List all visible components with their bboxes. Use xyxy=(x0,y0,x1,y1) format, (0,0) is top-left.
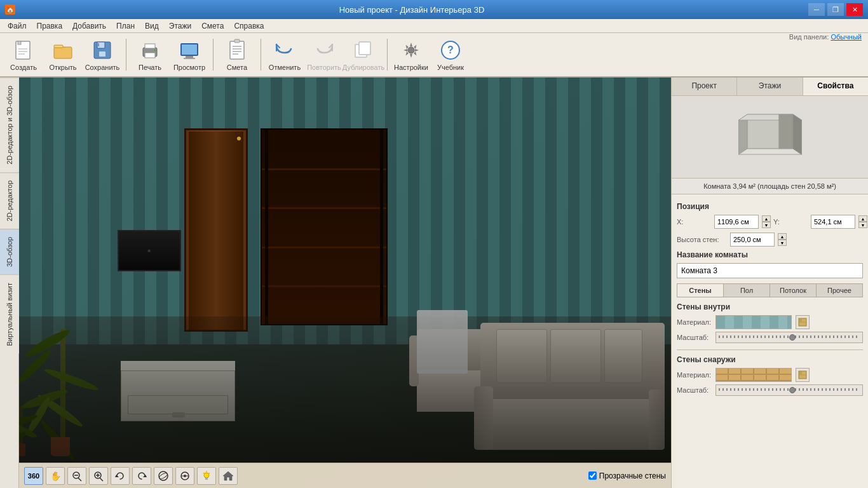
help-icon: ? xyxy=(439,39,462,62)
svg-point-28 xyxy=(408,47,414,53)
menu-file[interactable]: Файл xyxy=(3,20,32,32)
btn-pan[interactable]: ✋ xyxy=(46,467,65,485)
height-up[interactable]: ▲ xyxy=(778,233,787,240)
btn-360[interactable]: 360 xyxy=(24,467,43,485)
preview-button[interactable]: Просмотр xyxy=(171,35,208,74)
btn-zoom-in[interactable] xyxy=(89,467,108,485)
height-value: 250,0 см xyxy=(733,236,761,243)
y-label: Y: xyxy=(773,218,808,226)
height-row: Высота стен: 250,0 см ▲ ▼ xyxy=(677,233,863,247)
main-layout: 2D-редактор и 3D-обзор 2D-редактор 3D-об… xyxy=(0,78,868,488)
menu-view[interactable]: Вид xyxy=(140,20,164,32)
btn-orbit[interactable] xyxy=(154,467,173,485)
btn-rotate-left[interactable] xyxy=(111,467,130,485)
subtab-other[interactable]: Прочее xyxy=(817,284,862,297)
sep1 xyxy=(126,39,126,71)
minimize-button[interactable]: ─ xyxy=(808,3,825,16)
undo-button[interactable]: Отменить xyxy=(266,35,303,74)
close-button[interactable]: ✕ xyxy=(846,3,863,16)
x-label: X: xyxy=(677,218,712,226)
menu-help[interactable]: Справка xyxy=(229,20,269,32)
svg-rect-11 xyxy=(98,43,99,46)
walls-inside-title: Стены внутри xyxy=(677,302,863,311)
walls-outside-material-btn[interactable] xyxy=(796,368,810,382)
svg-marker-59 xyxy=(793,114,802,154)
scale-thumb-2[interactable] xyxy=(789,387,796,393)
svg-line-36 xyxy=(100,478,103,481)
save-button[interactable]: Сохранить xyxy=(84,35,121,74)
svg-rect-13 xyxy=(145,44,155,48)
panel-view-value[interactable]: Обычный xyxy=(831,33,862,41)
svg-rect-10 xyxy=(99,51,105,57)
sidebar-tab-3d[interactable]: 3D-обзор xyxy=(0,229,19,274)
height-down[interactable]: ▼ xyxy=(778,240,787,246)
create-label: Создать xyxy=(10,64,37,71)
svg-marker-52 xyxy=(223,471,233,480)
walls-inside-scale-slider[interactable] xyxy=(715,332,863,343)
btn-light[interactable] xyxy=(197,467,216,485)
panel-view-label: Вид панели: Обычный xyxy=(789,33,862,41)
menu-add[interactable]: Добавить xyxy=(67,20,111,32)
subtab-ceiling[interactable]: Потолок xyxy=(770,284,817,297)
settings-button[interactable]: Настройки xyxy=(393,35,430,74)
btn-home[interactable] xyxy=(219,467,238,485)
svg-rect-6 xyxy=(54,47,72,58)
svg-rect-7 xyxy=(54,45,63,48)
menu-estimate[interactable]: Смета xyxy=(196,20,229,32)
tab-floors[interactable]: Этажи xyxy=(737,78,803,95)
restore-button[interactable]: ❐ xyxy=(827,3,844,16)
print-icon xyxy=(139,39,161,62)
redo-icon xyxy=(313,39,336,62)
print-label: Печать xyxy=(139,64,161,71)
walls-inside-material-btn[interactable] xyxy=(796,315,810,329)
walls-outside-scale-slider[interactable] xyxy=(715,384,863,396)
redo-button[interactable]: Повторить xyxy=(306,35,342,74)
open-button[interactable]: Открыть xyxy=(44,35,81,74)
walls-inside-material-label: Материал: xyxy=(677,318,712,326)
x-up[interactable]: ▲ xyxy=(762,215,771,222)
y-up[interactable]: ▲ xyxy=(858,215,867,222)
room-name-input[interactable] xyxy=(677,263,863,278)
sidebar-tab-virtual[interactable]: Виртуальный визит xyxy=(0,274,19,354)
help-button[interactable]: ? Учебник xyxy=(432,35,469,74)
app-icon: 🏠 xyxy=(5,4,15,15)
sub-tabs: Стены Пол Потолок Прочее xyxy=(677,283,863,297)
menu-plan[interactable]: План xyxy=(111,20,140,32)
room-info-text: Комната 3,94 м² (площадь стен 20,58 м²) xyxy=(703,182,836,190)
tab-properties[interactable]: Свойства xyxy=(803,78,868,95)
transparent-walls-checkbox[interactable] xyxy=(588,471,597,480)
x-down[interactable]: ▼ xyxy=(762,222,771,228)
transparent-walls-label[interactable]: Прозрачные стены xyxy=(588,471,666,480)
subtab-floor[interactable]: Пол xyxy=(724,284,770,297)
desk-top xyxy=(121,361,235,370)
sidebar-tab-2d3d[interactable]: 2D-редактор и 3D-обзор xyxy=(0,78,19,172)
svg-rect-14 xyxy=(145,53,155,58)
subtab-walls[interactable]: Стены xyxy=(677,284,724,297)
toolbar: Создать Открыть Сохранить Печать Просмот… xyxy=(0,33,868,78)
room-preview xyxy=(672,96,868,179)
duplicate-button[interactable]: Дублировать xyxy=(345,35,382,74)
scale-thumb[interactable] xyxy=(789,334,796,341)
btn-orbit2[interactable] xyxy=(175,467,194,485)
sidebar-tab-2d[interactable]: 2D-редактор xyxy=(0,172,19,229)
svg-rect-62 xyxy=(799,319,802,322)
btn-rotate-right[interactable] xyxy=(132,467,151,485)
svg-line-50 xyxy=(208,473,210,474)
undo-icon xyxy=(273,39,296,62)
tab-project[interactable]: Проект xyxy=(672,78,737,95)
smeta-button[interactable]: Смета xyxy=(219,35,255,74)
height-label: Высота стен: xyxy=(677,236,728,243)
view-3d[interactable]: ■ xyxy=(19,78,671,488)
menu-floors[interactable]: Этажи xyxy=(164,20,196,32)
btn-zoom-out[interactable] xyxy=(67,467,86,485)
preview-icon xyxy=(178,39,201,62)
print-button[interactable]: Печать xyxy=(132,35,168,74)
svg-rect-1 xyxy=(18,41,21,44)
menu-edit[interactable]: Правка xyxy=(32,20,68,32)
y-value-box: 524,1 см xyxy=(811,215,855,229)
position-title: Позиция xyxy=(677,202,863,211)
preview-label: Просмотр xyxy=(173,64,205,71)
create-button[interactable]: Создать xyxy=(5,35,42,74)
room-info: Комната 3,94 м² (площадь стен 20,58 м²) xyxy=(672,179,868,194)
y-down[interactable]: ▼ xyxy=(858,222,867,228)
